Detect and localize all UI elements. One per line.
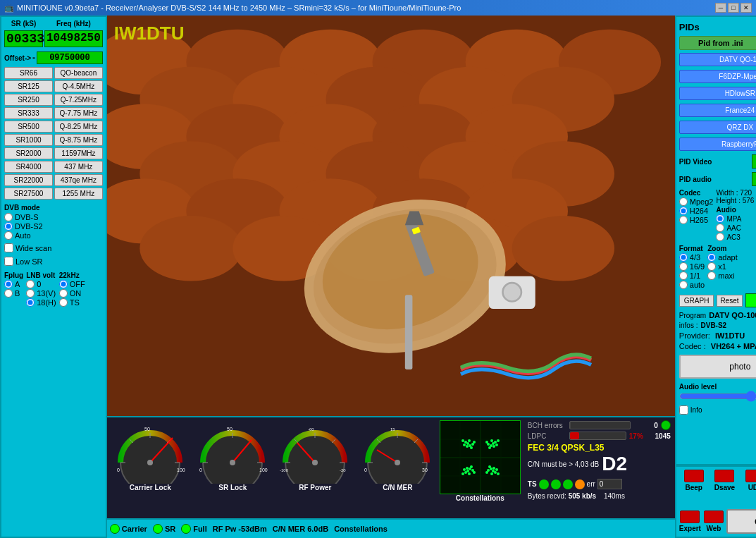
ts-err-input[interactable] [597,479,622,489]
khz22-off-label: OFF [70,280,85,288]
lnb-18h-radio[interactable] [26,298,35,307]
height-label: Height : [716,197,740,204]
dvb-auto-radio[interactable] [4,231,13,240]
svg-point-28 [140,216,242,281]
format-label: Format [679,245,705,252]
preset-q825mhz[interactable]: Q-8.25 MHz [54,121,103,133]
window-title: MINITIOUNE v0.9beta7 - Receiver/Analyser… [17,4,461,12]
codec-h265[interactable] [679,216,688,224]
svg-point-109 [473,441,476,444]
preset-qo-beacon[interactable]: QO-beacon [54,67,103,79]
zoom-x1[interactable] [707,262,716,271]
low-sr-checkbox[interactable] [4,257,13,266]
raspberryp-button[interactable]: RaspberryP [679,137,756,151]
preset-grid: SR66 QO-beacon SR125 Q-4.5MHz SR250 Q-7.… [4,67,103,200]
pid-video-display: 00256 [752,154,756,169]
khz22-ts-radio[interactable] [59,298,68,307]
codec-h264[interactable] [679,207,688,215]
preset-sr1000[interactable]: SR1000 [4,134,53,146]
preset-sr66[interactable]: SR66 [4,67,53,79]
svg-text:-100: -100 [280,468,289,472]
sr-led [153,524,163,534]
fplug-b-radio[interactable] [4,289,13,298]
preset-q775mhz[interactable]: Q-7.75 MHz [54,107,103,119]
fec-text: FEC 3/4 QPSK_L35 [528,443,671,453]
graph-button[interactable]: GRAPH [679,295,714,307]
audio-label: Audio [716,206,754,214]
ts-dot2 [551,479,561,489]
zoom-adapt[interactable] [707,253,716,262]
svg-point-126 [490,472,493,475]
zoom-maxi[interactable] [707,271,716,280]
preset-sr500[interactable]: SR500 [4,121,53,133]
fplug-label: Fplug [4,271,23,279]
preset-q725mhz[interactable]: Q-7.25MHz [54,94,103,106]
h265-label: H265 [690,216,708,224]
preset-437mhz[interactable]: 437 MHz [54,161,103,173]
format-auto[interactable] [679,281,688,289]
preset-11597mhz[interactable]: 11597MHz [54,147,103,159]
full-led [181,524,191,534]
preset-sr2000[interactable]: SR2000 [4,147,53,159]
sr-status-label: SR [165,525,175,533]
pids-title: PIDs [679,22,700,32]
expert-toggle[interactable] [680,511,700,523]
x1-label: x1 [718,262,726,271]
audio-mpa[interactable] [716,214,724,223]
preset-sr250[interactable]: SR250 [4,94,53,106]
preset-sr125[interactable]: SR125 [4,80,53,92]
audio-level-slider[interactable] [679,391,756,402]
maximize-button[interactable]: □ [728,3,739,13]
svg-point-130 [497,472,500,475]
preset-1255mhz[interactable]: 1255 MHz [54,188,103,200]
preset-q875mhz[interactable]: Q-8.75 MHz [54,134,103,146]
lnb-0-radio[interactable] [26,280,35,288]
format-43[interactable] [679,253,688,262]
preset-q45mhz[interactable]: Q-4.5MHz [54,80,103,92]
web-toggle[interactable] [704,511,724,523]
pid-from-button[interactable]: Pid from .ini [679,36,756,50]
f6dzp-mpeg-button[interactable]: F6DZP-Mpeg [679,70,756,83]
khz22-off-radio[interactable] [59,280,68,288]
preset-sr4000[interactable]: SR4000 [4,161,53,173]
svg-text:0: 0 [199,467,202,472]
format-169[interactable] [679,262,688,271]
khz22-on-radio[interactable] [59,289,68,298]
photo-button[interactable]: photo [679,355,756,379]
preset-sr333[interactable]: SR333 [4,107,53,119]
preset-437qe[interactable]: 437qe MHz [54,174,103,186]
preset-sr22000[interactable]: SR22000 [4,174,53,186]
h264-label: H264 [690,207,708,215]
minimize-button[interactable]: ─ [715,3,726,13]
fplug-a-radio[interactable] [4,280,13,288]
dsave-toggle[interactable] [714,470,734,482]
svg-point-124 [494,471,497,474]
qrz-dx-button[interactable]: QRZ DX [679,121,756,134]
hdlowsr-button[interactable]: HDlowSR [679,87,756,100]
info-checkbox[interactable] [679,405,688,415]
dvb-s2-radio[interactable] [4,222,13,231]
france24-button[interactable]: France24 [679,104,756,117]
format-11[interactable] [679,271,688,280]
sr-label: SR (kS) [4,20,43,27]
audio-aac[interactable] [716,224,724,232]
datv-qo10-button[interactable]: DATV QO-10 [679,53,756,66]
bytes-label: Bytes recvd: [528,492,566,500]
maxi-label: maxi [718,271,734,280]
reset-button[interactable]: Reset [717,295,742,307]
graph-led [745,293,757,307]
svg-point-107 [466,445,469,448]
wide-scan-checkbox[interactable] [4,243,13,252]
udp-toggle[interactable] [745,470,756,482]
preset-sr27500[interactable]: SR27500 [4,188,53,200]
audio-ac3[interactable] [716,233,724,241]
codec-info-value: VH264 + MPA [711,342,756,350]
lnb-13v-radio[interactable] [26,289,35,298]
codec-mpeg2[interactable] [679,197,688,206]
quit-button[interactable]: Quit [726,509,756,534]
svg-text:100: 100 [259,467,268,472]
info-label: Info [690,406,702,414]
beep-toggle[interactable] [684,470,704,482]
close-button[interactable]: ✕ [740,3,752,13]
dvb-s-radio[interactable] [4,213,13,221]
